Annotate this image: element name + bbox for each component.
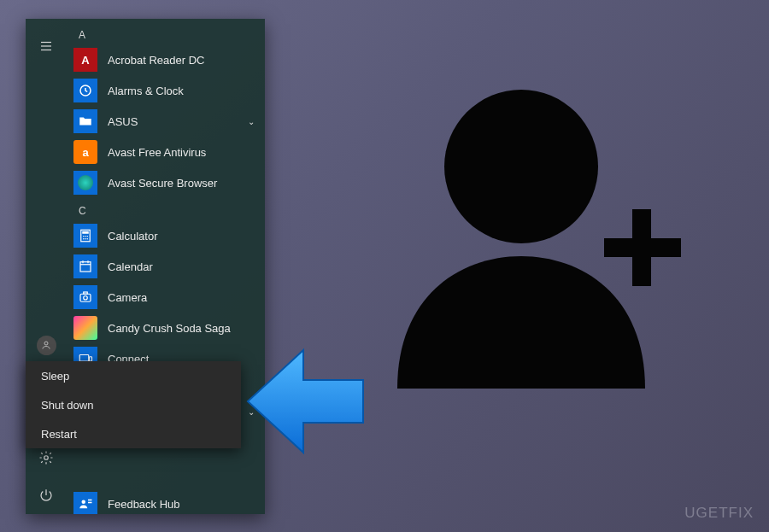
power-shutdown[interactable]: Shut down (26, 390, 241, 419)
user-account-button[interactable] (26, 326, 67, 364)
calendar-icon (73, 254, 97, 278)
app-avast-antivirus[interactable]: a Avast Free Antivirus (67, 137, 265, 167)
power-menu-popup: Sleep Shut down Restart (26, 361, 241, 448)
hamburger-icon (38, 38, 54, 54)
svg-point-3 (44, 342, 48, 345)
svg-rect-20 (80, 294, 91, 301)
svg-rect-22 (84, 292, 88, 294)
power-item-label: Shut down (41, 399, 93, 412)
user-icon (37, 336, 56, 355)
svg-point-13 (83, 238, 85, 240)
svg-point-14 (85, 238, 86, 240)
feedback-icon (73, 492, 97, 514)
svg-point-21 (84, 296, 88, 301)
svg-point-6 (44, 456, 49, 460)
app-calculator[interactable]: Calculator (67, 220, 265, 251)
svg-rect-9 (82, 231, 89, 234)
app-label: ASUS (108, 115, 138, 128)
section-letter-c[interactable]: C (67, 198, 265, 220)
blue-arrow-annotation (239, 342, 367, 461)
watermark: UGETFIX (684, 505, 754, 522)
hamburger-button[interactable] (26, 27, 67, 65)
app-alarms-clock[interactable]: Alarms & Clock (67, 75, 265, 106)
folder-icon (73, 109, 97, 133)
app-candy-crush[interactable]: Candy Crush Soda Saga (67, 313, 265, 343)
calculator-icon (73, 224, 97, 248)
app-label: Calculator (108, 230, 158, 243)
acrobat-icon: A (73, 48, 97, 72)
svg-point-10 (83, 236, 85, 237)
power-button[interactable] (26, 476, 67, 514)
chevron-down-icon: ⌄ (248, 117, 255, 126)
add-user-silhouette (350, 56, 709, 414)
app-calendar[interactable]: Calendar (67, 251, 265, 282)
power-item-label: Sleep (41, 370, 69, 383)
svg-point-12 (87, 236, 89, 237)
power-sleep[interactable]: Sleep (26, 361, 241, 390)
app-label: Candy Crush Soda Saga (108, 322, 231, 335)
app-asus-folder[interactable]: ASUS ⌄ (67, 106, 265, 137)
svg-point-25 (82, 500, 86, 505)
avast-browser-icon (73, 171, 97, 195)
svg-point-26 (444, 90, 598, 243)
svg-point-15 (87, 238, 89, 240)
app-label: Acrobat Reader DC (108, 54, 204, 67)
power-restart[interactable]: Restart (26, 419, 241, 448)
app-acrobat-reader[interactable]: A Acrobat Reader DC (67, 44, 265, 75)
power-icon (38, 488, 54, 503)
candy-crush-icon (73, 316, 97, 340)
app-label: Calendar (108, 260, 153, 273)
section-letter-a[interactable]: A (67, 22, 265, 44)
svg-rect-23 (79, 355, 89, 362)
svg-rect-16 (80, 262, 91, 272)
app-label: Avast Free Antivirus (108, 146, 206, 159)
svg-point-11 (85, 236, 86, 237)
app-label: Alarms & Clock (108, 85, 184, 97)
app-label: Feedback Hub (108, 498, 180, 511)
camera-icon (73, 285, 97, 309)
power-item-label: Restart (41, 428, 77, 441)
svg-rect-28 (604, 238, 681, 257)
avast-icon: a (73, 140, 97, 164)
app-camera[interactable]: Camera (67, 282, 265, 313)
app-label: Avast Secure Browser (108, 177, 217, 190)
watermark-text: UGETFIX (684, 505, 754, 521)
app-label: Camera (108, 291, 147, 304)
gear-icon (38, 450, 54, 465)
app-feedback-hub[interactable]: Feedback Hub (67, 488, 265, 514)
app-avast-browser[interactable]: Avast Secure Browser (67, 167, 265, 198)
clock-icon (73, 79, 97, 102)
